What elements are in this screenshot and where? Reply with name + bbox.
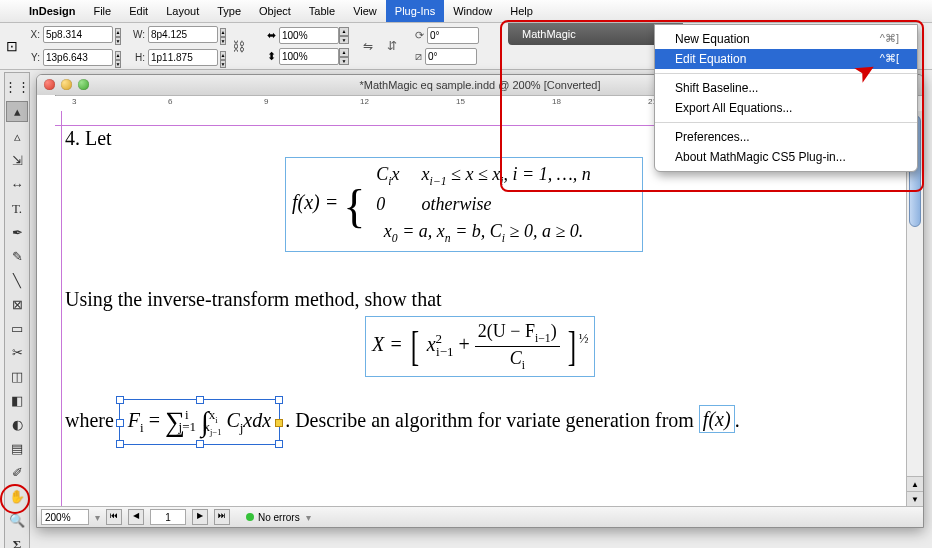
scroll-down-icon[interactable]: ▼ xyxy=(907,491,923,507)
toolbox: ⋮⋮ ▴ ▵ ⇲ ↔ T. ✒ ✎ ╲ ⊠ ▭ ✂ ◫ ◧ ◐ ▤ ✐ ✋ 🔍 … xyxy=(4,72,30,548)
menu-view[interactable]: View xyxy=(344,0,386,22)
tool-gradient-swatch[interactable]: ◧ xyxy=(7,391,27,410)
menu-about[interactable]: About MathMagic CS5 Plug-in... xyxy=(655,147,917,167)
scale-x-icon: ⬌ xyxy=(267,29,276,42)
scroll-up-icon[interactable]: ▲ xyxy=(907,476,923,492)
flip-v-icon[interactable]: ⇵ xyxy=(383,37,401,55)
menu-edit-equation[interactable]: Edit Equation^⌘[ xyxy=(655,49,917,69)
shear-field[interactable]: 0° xyxy=(425,48,477,65)
ruler-origin[interactable] xyxy=(37,95,56,112)
window-controls xyxy=(44,79,89,90)
tool-type[interactable]: T. xyxy=(7,199,27,218)
menu-new-equation[interactable]: New Equation^⌘] xyxy=(655,29,917,49)
mathmagic-dropdown: New Equation^⌘] Edit Equation^⌘[ Shift B… xyxy=(654,24,918,172)
position-group: X:5p8.314▲▼ Y:13p6.643▲▼ xyxy=(26,22,113,70)
tool-page[interactable]: ⇲ xyxy=(7,151,27,170)
tool-pencil[interactable]: ✎ xyxy=(7,247,27,266)
scale-x-field[interactable]: 100%▲▼ xyxy=(279,27,339,44)
rotate-icon: ⟳ xyxy=(415,29,424,42)
menu-shift-baseline[interactable]: Shift Baseline... xyxy=(655,78,917,98)
tool-scissors[interactable]: ✂ xyxy=(7,343,27,362)
tool-selection[interactable]: ▴ xyxy=(6,101,28,122)
misc-icons: ⇋ ⇵ xyxy=(359,37,401,55)
window-title: *MathMagic eq sample.indd @ 200% [Conver… xyxy=(359,79,600,91)
equation-X[interactable]: X = [ x2i−1 + 2(U − Fi−1) Ci ]½ xyxy=(365,316,595,377)
scale-y-icon: ⬍ xyxy=(267,50,276,63)
next-page-button[interactable]: ▶ xyxy=(192,509,208,525)
page-content: 4. Let f(x) = { Cix xi−1 ≤ x ≤ xi, i = 1… xyxy=(65,125,740,445)
tool-gradient-feather[interactable]: ◐ xyxy=(7,415,27,434)
menu-type[interactable]: Type xyxy=(208,0,250,22)
tool-rectangle-frame[interactable]: ⊠ xyxy=(7,295,27,314)
equation-Fi-selected[interactable]: Fi = ∑ij=1 ∫xixj−1 Cjxdx xyxy=(119,399,280,445)
menubar: InDesign File Edit Layout Type Object Ta… xyxy=(0,0,932,23)
menu-table[interactable]: Table xyxy=(300,0,344,22)
w-field[interactable]: 8p4.125▲▼ xyxy=(148,26,218,43)
rotate-field[interactable]: 0° xyxy=(427,27,479,44)
equation-fx[interactable]: f(x) = { Cix xi−1 ≤ x ≤ xi, i = 1, …, n … xyxy=(285,157,643,252)
preflight-status[interactable]: No errors xyxy=(246,512,300,523)
reference-point-icon[interactable]: ⊡ xyxy=(6,38,18,54)
tool-line[interactable]: ╲ xyxy=(7,271,27,290)
margin-guide-left xyxy=(61,111,62,507)
close-icon[interactable] xyxy=(44,79,55,90)
flip-h-icon[interactable]: ⇋ xyxy=(359,37,377,55)
menu-help[interactable]: Help xyxy=(501,0,542,22)
menu-file[interactable]: File xyxy=(84,0,120,22)
shear-icon: ⧄ xyxy=(415,50,422,63)
page-field[interactable]: 1 xyxy=(150,509,186,525)
tool-direct-selection[interactable]: ▵ xyxy=(7,127,27,146)
constrain-icon[interactable]: ⛓ xyxy=(232,39,245,54)
status-ok-icon xyxy=(246,513,254,521)
menubar-app[interactable]: InDesign xyxy=(20,0,84,22)
menu-object[interactable]: Object xyxy=(250,0,300,22)
last-page-button[interactable]: ⏭ xyxy=(214,509,230,525)
x-field[interactable]: 5p8.314▲▼ xyxy=(43,26,113,43)
equation-fx-inline[interactable]: f(x) xyxy=(699,405,735,433)
tool-mathmagic[interactable]: Σ xyxy=(7,535,27,548)
text-line-3: where Fi = ∑ij=1 ∫xixj−1 Cjxdx . Describ… xyxy=(65,399,740,445)
first-page-button[interactable]: ⏮ xyxy=(106,509,122,525)
text-line-2: Using the inverse-transform method, show… xyxy=(65,286,740,312)
text-line-1: 4. Let xyxy=(65,125,740,151)
tool-grabber[interactable]: ⋮⋮ xyxy=(7,77,27,96)
tool-hand[interactable]: ✋ xyxy=(7,487,27,506)
zoom-level-field[interactable]: 200% xyxy=(41,509,89,525)
menu-edit[interactable]: Edit xyxy=(120,0,157,22)
tool-note[interactable]: ▤ xyxy=(7,439,27,458)
scale-y-field[interactable]: 100%▲▼ xyxy=(279,48,339,65)
menu-preferences[interactable]: Preferences... xyxy=(655,127,917,147)
minimize-icon[interactable] xyxy=(61,79,72,90)
zoom-icon[interactable] xyxy=(78,79,89,90)
h-field[interactable]: 1p11.875▲▼ xyxy=(148,49,218,66)
tool-pen[interactable]: ✒ xyxy=(7,223,27,242)
tool-rectangle[interactable]: ▭ xyxy=(7,319,27,338)
ruler-vertical[interactable] xyxy=(37,111,56,507)
y-field[interactable]: 13p6.643▲▼ xyxy=(43,49,113,66)
tool-free-transform[interactable]: ◫ xyxy=(7,367,27,386)
transform-group: ⟳0° ⧄0° xyxy=(415,27,479,65)
tool-eyedropper[interactable]: ✐ xyxy=(7,463,27,482)
scale-group: ⬌100%▲▼ ⬍100%▲▼ xyxy=(267,27,339,65)
menu-plugins[interactable]: Plug-Ins xyxy=(386,0,444,22)
menu-layout[interactable]: Layout xyxy=(157,0,208,22)
menu-export-all[interactable]: Export All Equations... xyxy=(655,98,917,118)
tool-zoom[interactable]: 🔍 xyxy=(7,511,27,530)
size-group: W:8p4.125▲▼ H:1p11.875▲▼ xyxy=(131,22,218,70)
menu-window[interactable]: Window xyxy=(444,0,501,22)
prev-page-button[interactable]: ◀ xyxy=(128,509,144,525)
tool-gap[interactable]: ↔ xyxy=(7,175,27,194)
statusbar: 200% ▾ ⏮ ◀ 1 ▶ ⏭ No errors ▾ xyxy=(37,506,923,527)
